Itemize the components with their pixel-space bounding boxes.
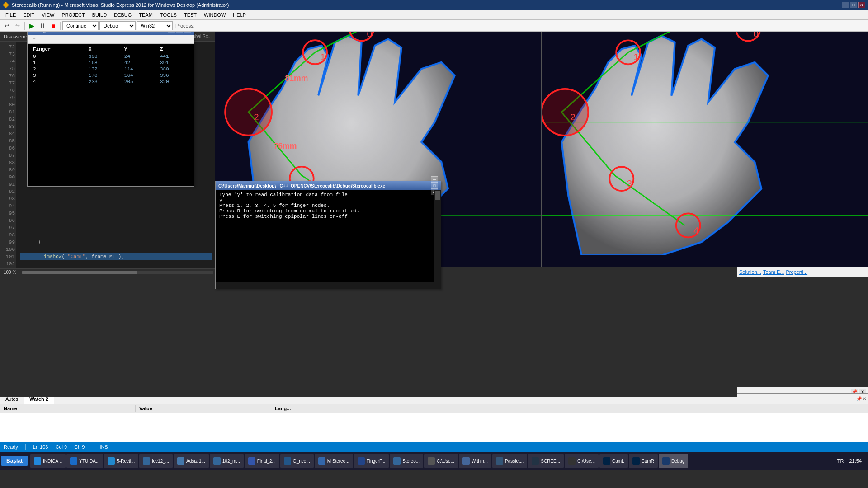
- process-label: Process:: [175, 23, 195, 28]
- debug-cell-x: 170: [85, 72, 121, 79]
- close-button[interactable]: ✕: [858, 2, 865, 8]
- taskbar-item-camr[interactable]: CamR: [629, 454, 658, 468]
- console-vscrollbar[interactable]: [434, 190, 441, 289]
- taskbar-label-gnce: G_nce...: [293, 459, 310, 464]
- taskbar-item-passlet[interactable]: Passlet...: [492, 454, 527, 468]
- taskbar-tray: TR 21:54: [835, 458, 867, 464]
- console-title: C:\Users\Mahmut\Desktop\ _C++_OPENCV\Ste…: [218, 183, 385, 188]
- menu-build[interactable]: BUILD: [89, 11, 110, 19]
- taskbar-item-caml[interactable]: CamL: [599, 454, 628, 468]
- cuse1-icon: [428, 457, 435, 465]
- taskbar-item-lec12[interactable]: lec12_...: [139, 454, 173, 468]
- debug-window: Debug ─ □ ✕ ≡ Finger X Y Z: [27, 25, 194, 187]
- debug-dropdown[interactable]: Debug: [99, 21, 136, 30]
- menu-bar: FILE EDIT VIEW PROJECT BUILD DEBUG TEAM …: [0, 10, 868, 20]
- redo-button[interactable]: ↪: [13, 21, 23, 31]
- menu-view[interactable]: VIEW: [38, 11, 58, 19]
- svg-point-26: [542, 89, 588, 136]
- start-button[interactable]: Başlat: [1, 456, 28, 466]
- win32-dropdown[interactable]: Win32: [137, 21, 173, 30]
- taskbar-label-caml: CamL: [612, 459, 624, 464]
- camr-view: 0 1 2 3 4: [542, 9, 868, 256]
- console-hscrollbar[interactable]: [216, 282, 434, 289]
- taskbar-item-indica[interactable]: INDICA...: [30, 454, 66, 468]
- console-restore-btn[interactable]: □: [431, 183, 438, 189]
- watch-col-headers: Name Value Lang...: [0, 404, 868, 413]
- status-sep-2: [92, 444, 92, 450]
- pause-button[interactable]: ⏸: [38, 21, 47, 31]
- menu-debug[interactable]: DEBUG: [110, 11, 135, 19]
- fingerf-icon: [358, 457, 365, 465]
- 5rect-icon: [108, 457, 115, 465]
- debug-cell-z: 441: [156, 53, 192, 60]
- stop-button[interactable]: ■: [48, 21, 58, 31]
- debug-cell-finger: 4: [29, 79, 85, 85]
- taskbar-item-final[interactable]: Final_2...: [245, 454, 279, 468]
- console-line-4: Press R for switching from normal to rec…: [219, 208, 437, 214]
- console-minimize-btn[interactable]: ─: [431, 176, 438, 183]
- title-bar: Stereocalib (Running) - Microsoft Visual…: [0, 0, 868, 10]
- taskbar-item-102m[interactable]: 102_m...: [210, 454, 244, 468]
- menu-help[interactable]: HELP: [229, 11, 250, 19]
- taskbar-item-fingerf[interactable]: FingerF...: [354, 454, 389, 468]
- menu-test[interactable]: TEST: [180, 11, 200, 19]
- team-tab[interactable]: Team E...: [763, 269, 784, 275]
- taskbar-label-debug: Debug: [671, 459, 684, 464]
- taskbar-item-debug[interactable]: Debug: [659, 454, 688, 468]
- taskbar-item-stereo2[interactable]: Stereo...: [390, 454, 423, 468]
- stereo-icon: [318, 457, 326, 465]
- lower-left-area: [0, 276, 215, 397]
- solution-tab[interactable]: Solution...: [739, 269, 761, 275]
- console-output: Type 'y' to read calibration data from f…: [216, 190, 441, 282]
- taskbar-item-scree[interactable]: SCREE...: [528, 454, 564, 468]
- restore-button[interactable]: □: [850, 2, 857, 8]
- taskbar-item-5rect[interactable]: 5-Recti...: [104, 454, 138, 468]
- taskbar-label-scree: SCREE...: [541, 459, 560, 464]
- taskbar-item-cuse2[interactable]: C:\Use...: [565, 454, 599, 468]
- menu-edit[interactable]: EDIT: [19, 11, 38, 19]
- debug-cell-z: 320: [156, 79, 192, 85]
- menu-window[interactable]: WINDOW: [200, 11, 229, 19]
- taskbar-label-lec12: lec12_...: [152, 459, 169, 464]
- menu-file[interactable]: FILE: [2, 11, 19, 19]
- watch-close-btn[interactable]: ✕: [863, 396, 866, 401]
- menu-tools[interactable]: TOOLS: [156, 11, 180, 19]
- properties-tab[interactable]: Properti...: [786, 269, 807, 275]
- right-side-tabs: Solution... Team E... Properti...: [737, 267, 868, 277]
- status-col: Col 9: [55, 444, 67, 450]
- status-sep-1: [25, 444, 26, 450]
- taskbar-item-cuse1[interactable]: C:\Use...: [424, 454, 458, 468]
- minimize-button[interactable]: ─: [842, 2, 849, 8]
- debug-data-table: Finger X Y Z 030824441116842391213211438…: [28, 44, 194, 87]
- toolbar: ↩ ↪ ▶ ⏸ ■ Continue Debug Win32 Process:: [0, 20, 868, 32]
- lec12-icon: [143, 457, 150, 465]
- run-button[interactable]: ▶: [27, 21, 37, 31]
- scree-icon: [532, 457, 539, 465]
- watch-pin-btn[interactable]: 📌: [856, 396, 862, 401]
- taskbar-item-gnce[interactable]: G_nce...: [280, 454, 314, 468]
- taskbar-item-adsiz[interactable]: Adsız 1...: [174, 454, 209, 468]
- svg-text:2: 2: [254, 112, 259, 122]
- continue-dropdown[interactable]: Continue: [62, 21, 99, 30]
- taskbar-label-cuse2: C:\Use...: [577, 459, 595, 464]
- taskbar-item-stereo[interactable]: M Stereo...: [315, 454, 353, 468]
- col-x: X: [85, 46, 121, 53]
- console-window: C:\Users\Mahmut\Desktop\ _C++_OPENCV\Ste…: [215, 181, 441, 289]
- menu-team[interactable]: TEAM: [135, 11, 156, 19]
- gnce-icon: [284, 457, 291, 465]
- debug-cell-y: 114: [121, 66, 156, 72]
- cuse2-icon: [568, 457, 576, 465]
- stereo2-icon: [393, 457, 401, 465]
- taskbar-item-ytu[interactable]: YTÜ DA...: [66, 454, 103, 468]
- final-icon: [248, 457, 255, 465]
- taskbar-item-within[interactable]: Within...: [459, 454, 491, 468]
- debug-menu-button[interactable]: ≡: [29, 34, 39, 44]
- zoom-level[interactable]: 100 %: [0, 270, 20, 275]
- menu-project[interactable]: PROJECT: [58, 11, 88, 19]
- console-line-2: y: [219, 197, 437, 203]
- taskbar-label-fingerf: FingerF...: [367, 459, 386, 464]
- undo-button[interactable]: ↩: [2, 21, 12, 31]
- console-line-3: Press 1, 2, 3, 4, 5 for finger nodes.: [219, 203, 437, 208]
- debug-table-row: 3170164336: [29, 72, 192, 79]
- debug-cell-z: 380: [156, 66, 192, 72]
